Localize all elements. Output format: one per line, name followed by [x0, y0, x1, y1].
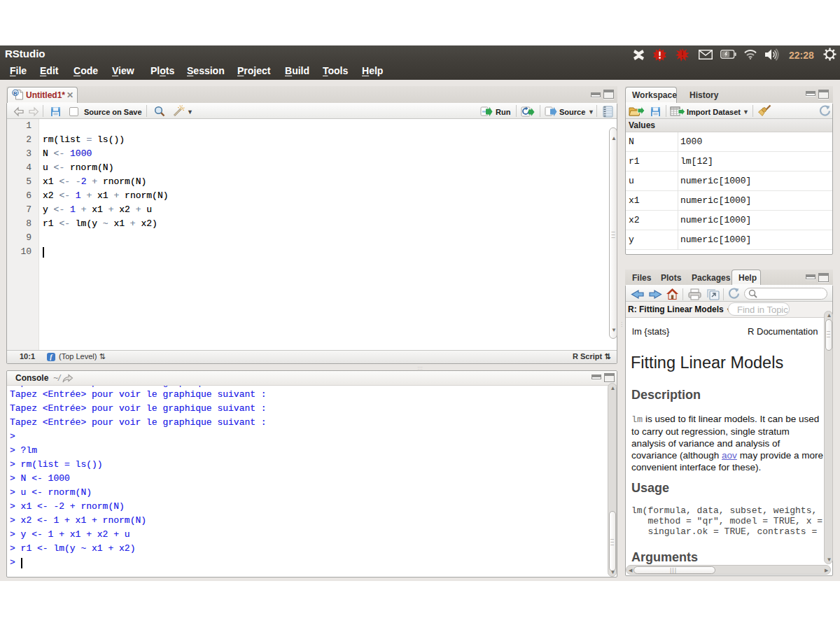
svg-text:R: R [13, 90, 18, 97]
